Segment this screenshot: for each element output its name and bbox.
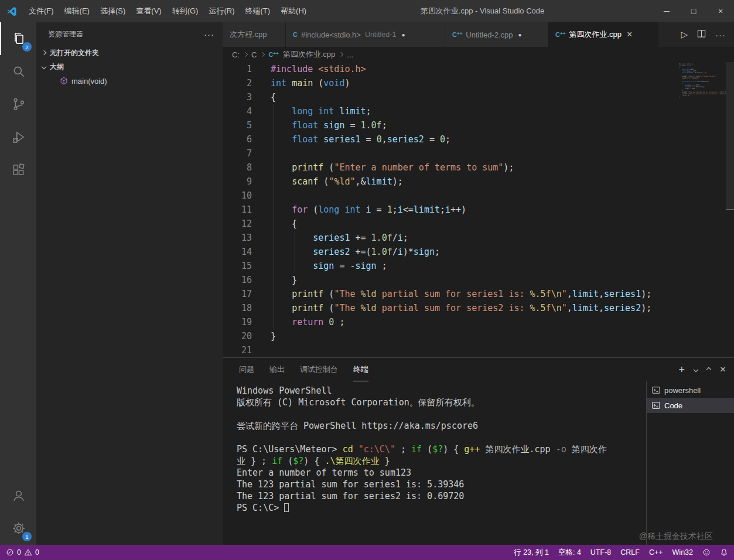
panel-body: Windows PowerShell版权所有 (C) Microsoft Cor…	[223, 381, 734, 545]
window-controls: ─ □ ×	[653, 0, 734, 22]
source-control-icon[interactable]	[0, 88, 36, 121]
code-editor[interactable]: 1#include <stdio.h>2int main (void)3{4 l…	[223, 62, 734, 357]
status-item[interactable]: C++	[649, 548, 663, 556]
terminal-list-label: powershell	[664, 386, 701, 395]
line-number: 13	[223, 231, 252, 245]
menu-item[interactable]: 终端(T)	[240, 0, 275, 22]
panel-tab[interactable]: 输出	[269, 358, 285, 381]
problems-status[interactable]: 0 0	[6, 548, 39, 556]
file-cpp-icon: C++	[268, 51, 278, 58]
extensions-icon[interactable]	[0, 153, 36, 186]
split-editor-button[interactable]	[697, 29, 706, 40]
menu-bar: 文件(F)编辑(E)选择(S)查看(V)转到(G)运行(R)终端(T)帮助(H)	[23, 0, 312, 22]
editor-tab[interactable]: C++Untitled-2.cpp●	[445, 22, 548, 47]
line-number: 19	[223, 315, 252, 329]
editor-tab[interactable]: C#include<stdio.h>Untitled-1●	[286, 22, 445, 47]
panel-tab[interactable]: 问题	[239, 358, 254, 381]
terminal-line: 尝试新的跨平台 PowerShell https://aka.ms/pscore…	[237, 420, 646, 432]
terminal-line: 版权所有 (C) Microsoft Corporation。保留所有权利。	[237, 397, 646, 408]
run-debug-icon[interactable]	[0, 121, 36, 153]
terminal-list-item[interactable]: Code	[647, 398, 734, 413]
menu-item[interactable]: 文件(F)	[23, 0, 59, 22]
warning-count: 0	[35, 548, 39, 556]
status-item[interactable]: Win32	[672, 548, 693, 556]
maximize-button[interactable]: □	[680, 0, 707, 22]
line-number: 11	[223, 203, 252, 217]
sidebar-more-actions-button[interactable]: ···	[204, 29, 214, 39]
new-terminal-button[interactable]: +	[679, 364, 685, 376]
panel-tab[interactable]: 终端	[353, 358, 368, 381]
terminal-list-item[interactable]: powershell	[647, 383, 734, 398]
breadcrumb-item[interactable]: C:	[232, 50, 240, 59]
panel-header: 问题输出调试控制台终端 + ×	[223, 358, 734, 381]
terminal-output[interactable]: Windows PowerShell版权所有 (C) Microsoft Cor…	[223, 381, 646, 545]
file-c-icon: C	[293, 31, 298, 38]
code-line: 17 printf ("The %ld partial sum for seri…	[223, 287, 734, 301]
code-line: 9 scanf ("%ld",&limit);	[223, 175, 734, 189]
tab-label: #include<stdio.h>	[301, 30, 361, 39]
terminal-list: powershellCode	[646, 381, 734, 545]
line-number: 7	[223, 146, 252, 161]
status-item[interactable]: UTF-8	[590, 548, 611, 556]
close-window-button[interactable]: ×	[707, 0, 734, 22]
menu-item[interactable]: 查看(V)	[131, 0, 166, 22]
status-item[interactable]: 空格: 4	[558, 548, 581, 558]
menu-item[interactable]: 帮助(H)	[275, 0, 312, 22]
settings-gear-icon[interactable]: 1	[0, 512, 36, 545]
code-line: 7	[223, 146, 734, 161]
breadcrumb-item[interactable]: 第四次作业.cpp	[283, 49, 336, 60]
explorer-icon[interactable]: 2	[0, 22, 36, 55]
terminal-line: PS C:\Users\Meteor> cd "c:\C\" ; if ($?)…	[237, 443, 646, 455]
search-icon[interactable]	[0, 55, 36, 88]
tab-label: Untitled-2.cpp	[466, 30, 513, 39]
watermark: @稀土掘金技术社区	[639, 531, 713, 542]
line-number: 16	[223, 273, 252, 287]
minimize-button[interactable]: ─	[653, 0, 680, 22]
line-number: 8	[223, 161, 252, 175]
feedback-icon[interactable]	[702, 548, 711, 556]
editor-scrollbar[interactable]	[726, 62, 734, 210]
chevron-right-icon	[243, 52, 248, 57]
maximize-panel-icon[interactable]	[706, 367, 711, 372]
section-outline-label: 大纲	[50, 62, 64, 72]
line-number: 6	[223, 132, 252, 146]
editor-tab[interactable]: C++第四次作业.cpp×	[548, 22, 658, 47]
editor-actions: ▷ ···	[681, 22, 734, 47]
status-item[interactable]: CRLF	[620, 548, 640, 556]
modified-dot-icon[interactable]: ●	[518, 32, 522, 38]
menu-item[interactable]: 转到(G)	[167, 0, 204, 22]
code-line: 10	[223, 189, 734, 203]
line-number: 17	[223, 287, 252, 301]
modified-dot-icon[interactable]: ●	[401, 32, 405, 38]
code-line: 11 for (long int i = 1;i<=limit;i++)	[223, 203, 734, 217]
status-item[interactable]: 行 23, 列 1	[514, 548, 549, 558]
close-tab-icon[interactable]: ×	[627, 29, 632, 40]
sidebar: 资源管理器 ··· 无打开的文件夹 大纲 main(void)	[36, 22, 223, 545]
breadcrumb-item[interactable]: ...	[347, 50, 353, 59]
minimap[interactable]: #include <stdio.h>int main (void){ long …	[679, 63, 726, 100]
more-actions-button[interactable]: ···	[715, 30, 726, 40]
menu-item[interactable]: 选择(S)	[95, 0, 131, 22]
section-outline[interactable]: 大纲	[36, 60, 223, 74]
outline-item[interactable]: main(void)	[36, 74, 223, 88]
line-number: 2	[223, 76, 252, 90]
bell-icon[interactable]	[720, 548, 728, 556]
line-number: 18	[223, 301, 252, 315]
breadcrumb-item[interactable]: C	[251, 50, 257, 59]
chevron-down-icon	[42, 64, 46, 69]
editor-tab[interactable]: 次方程.cpp	[223, 22, 286, 47]
line-number: 9	[223, 175, 252, 189]
status-bar: 0 0 行 23, 列 1空格: 4UTF-8CRLFC++Win32	[0, 545, 734, 560]
account-icon[interactable]	[0, 479, 36, 512]
run-file-button[interactable]: ▷	[681, 29, 688, 40]
panel-tab[interactable]: 调试控制台	[300, 358, 338, 381]
menu-item[interactable]: 编辑(E)	[59, 0, 95, 22]
terminal-dropdown-icon[interactable]	[694, 367, 698, 372]
line-number: 20	[223, 329, 252, 343]
section-no-folder[interactable]: 无打开的文件夹	[36, 46, 223, 60]
terminal-list-label: Code	[664, 401, 682, 410]
settings-badge: 1	[22, 532, 32, 541]
tab-label: 次方程.cpp	[230, 29, 267, 40]
close-panel-button[interactable]: ×	[720, 364, 726, 375]
menu-item[interactable]: 运行(R)	[203, 0, 240, 22]
